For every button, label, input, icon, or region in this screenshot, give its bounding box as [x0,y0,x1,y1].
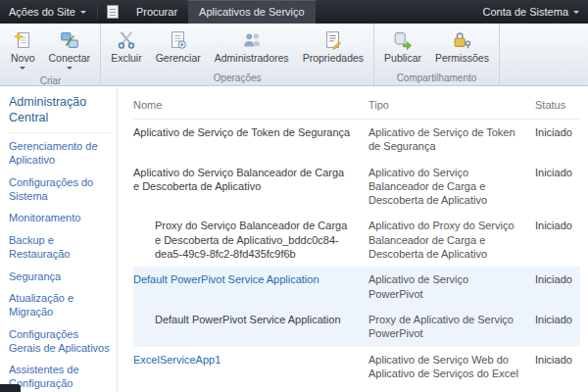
service-app-name: Aplicativo de Serviço de Token de Segura… [133,125,368,154]
connect-button-label: Conectar [49,53,91,65]
column-header-nome[interactable]: Nome [133,99,368,111]
delete-button-label: Excluir [111,53,142,65]
properties-button-label: Propriedades [303,53,364,65]
service-app-type: Proxy de Aplicativo de Serviço PowerPivo… [368,313,535,341]
manage-document-icon [168,29,189,51]
site-actions-label: Ações do Site [9,6,75,18]
table-row[interactable]: ExcelServiceApp1 Aplicativo de Serviço W… [133,347,580,387]
status-value: Iniciado [535,166,580,208]
administrators-people-icon [241,29,263,51]
status-value: Iniciado [535,353,580,381]
publish-button[interactable]: Publicar [377,25,428,67]
status-value: Iniciado [535,125,580,154]
status-value: Iniciado [535,219,580,261]
publish-arrow-icon [392,29,414,51]
ribbon: Novo Conectar Criar Excluir Gerenciar [0,24,588,86]
new-button[interactable]: Novo [4,25,42,74]
column-header-status[interactable]: Status [535,99,580,111]
status-value: Iniciado [535,272,580,301]
service-app-type: Aplicativo de Serviço PowerPivot [368,272,535,301]
left-navigation: Administração Central Gerenciamento de A… [0,86,118,392]
tab-aplicativos-de-servico[interactable]: Aplicativos de Serviço [188,0,316,24]
permissions-button[interactable]: Permissões [428,25,496,67]
dropdown-caret-icon [67,67,73,73]
top-bar: Ações do Site Procurar Aplicativos de Se… [0,0,588,24]
ribbon-group-compartilhamento: Publicar Permissões Compartilhamento [374,24,500,85]
connect-button[interactable]: Conectar [42,25,98,74]
manage-button-label: Gerenciar [156,53,201,65]
sidebar-item-atualizacao-migracao[interactable]: Atualização e Migração [9,292,111,319]
administrators-button[interactable]: Administradores [208,25,296,67]
publish-button-label: Publicar [384,53,421,65]
service-applications-list: Nome Tipo Status Aplicativo de Serviço d… [118,86,588,392]
sidebar-item-configuracoes-gerais-aplicativos[interactable]: Configurações Gerais de Aplicativos [9,328,111,356]
column-header-tipo[interactable]: Tipo [368,99,535,111]
new-button-label: Novo [11,53,35,65]
new-item-icon [12,29,33,51]
service-app-name: Aplicativo do Serviço Balanceador de Car… [133,166,368,208]
service-app-proxy-name: Default PowerPivot Service Application [133,313,368,341]
account-label: Conta de Sistema [483,6,568,18]
ribbon-group-operacoes: Excluir Gerenciar Administradores Propri… [101,24,374,85]
topbar-divider [97,4,98,20]
content-area: Administração Central Gerenciamento de A… [0,86,588,392]
permissions-button-label: Permissões [435,53,489,65]
ribbon-group-criar: Novo Conectar Criar [1,24,101,85]
table-row[interactable]: Default PowerPivot Service Application P… [133,307,580,347]
sidebar-item-assistentes-configuracao[interactable]: Assistentes de Configuração [9,364,111,391]
table-row[interactable]: Default PowerPivot Service Application A… [133,267,580,307]
status-value: Iniciado [535,313,580,341]
service-app-type: Aplicativo de Serviço Web do Aplicativo … [368,353,535,381]
sidebar-item-backup-restauracao[interactable]: Backup e Restauração [9,234,111,262]
delete-scissors-icon [116,29,137,51]
service-app-type: Aplicativo do Serviço Balanceador de Car… [368,166,535,208]
service-app-name-link[interactable]: ExcelServiceApp1 [133,353,368,381]
sidebar-item-gerenciamento-aplicativo[interactable]: Gerenciamento de Aplicativo [9,140,111,168]
sidebar-item-configuracoes-sistema[interactable]: Configurações do Sistema [9,176,111,204]
table-row[interactable]: Proxy do Serviço Balanceador de Carga e … [133,213,580,267]
sidebar-item-monitoramento[interactable]: Monitoramento [9,212,111,225]
tab-procurar[interactable]: Procurar [125,0,188,24]
table-header: Nome Tipo Status [133,95,580,120]
site-actions-menu[interactable]: Ações do Site [0,0,95,24]
connect-icon [59,29,80,51]
table-row[interactable]: Aplicativo do Serviço Balanceador de Car… [133,160,580,214]
table-row[interactable]: Aplicativo de Serviço de Token de Segura… [133,120,580,160]
sidebar-item-seguranca[interactable]: Segurança [9,270,111,284]
account-menu[interactable]: Conta de Sistema [474,0,588,24]
service-app-type: Aplicativo de Serviço de Token de Segura… [368,125,535,154]
sidebar-title-administracao-central[interactable]: Administração Central [9,95,111,133]
dropdown-caret-icon [20,67,25,73]
properties-document-icon [322,29,344,51]
service-app-type: Aplicativo do Proxy do Serviço Balancead… [368,219,535,261]
service-app-proxy-name: Proxy do Serviço Balanceador de Carga e … [133,219,368,261]
administrators-button-label: Administradores [215,53,289,65]
manage-button[interactable]: Gerenciar [149,25,208,67]
properties-button[interactable]: Propriedades [296,25,370,67]
window-corner-fragment [0,384,21,392]
ribbon-group-label-operacoes: Operações [104,72,370,85]
permissions-lock-icon [451,29,472,51]
edit-page-icon[interactable] [107,5,119,19]
table-row[interactable]: ExcelServiceApp1 Proxy do Aplicativo de … [133,386,580,392]
ribbon-group-label-compartilhamento: Compartilhamento [377,72,496,85]
delete-button[interactable]: Excluir [104,25,149,67]
service-app-name-link[interactable]: Default PowerPivot Service Application [133,272,368,301]
